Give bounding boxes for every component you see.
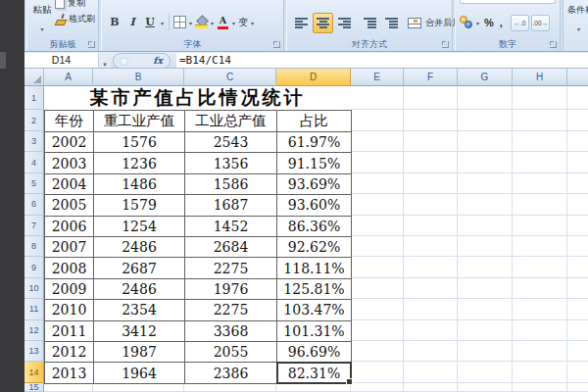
row-header-2[interactable]: 2 [24,110,44,131]
underline-dropdown-icon[interactable] [159,14,166,31]
table-cell[interactable]: 1687 [184,194,277,216]
row-header-9[interactable]: 9 [24,257,44,277]
insert-function-button[interactable]: fx [113,53,171,69]
fill-handle[interactable] [346,378,353,385]
paste-button[interactable]: 粘贴 [29,0,55,35]
underline-button[interactable]: U [141,13,159,31]
conditional-formatting-dropdown-icon[interactable] [575,20,582,37]
table-cell[interactable]: 2687 [93,257,185,278]
conditional-formatting-button[interactable]: 条件格式 [563,0,588,51]
table-cell[interactable]: 93.60% [276,194,352,216]
row-header-10[interactable]: 10 [24,278,44,299]
column-header-b[interactable]: B [93,69,184,86]
table-cell[interactable]: 2008 [44,257,94,278]
table-cell[interactable]: 1964 [93,362,185,383]
table-cell[interactable]: 1254 [93,216,185,237]
phonetic-guide-button[interactable]: 变 [237,13,249,31]
row-header-15[interactable]: 15 [24,383,44,392]
row-header-6[interactable]: 6 [24,194,44,215]
table-cell[interactable]: 1987 [93,341,185,363]
increase-indent-button[interactable] [381,13,402,33]
row-header-5[interactable]: 5 [24,173,44,194]
table-cell[interactable]: 3368 [184,320,277,342]
decrease-decimal-button[interactable] [531,15,550,31]
column-header-partial[interactable] [567,69,588,86]
table-cell[interactable]: 2013 [44,362,94,383]
currency-dropdown-icon[interactable] [474,14,481,31]
comma-style-button[interactable]: , [497,17,506,28]
table-cell[interactable]: 1236 [93,152,185,173]
table-cell[interactable]: 1579 [93,194,185,216]
row-header-3[interactable]: 3 [24,131,44,152]
select-all-button[interactable] [24,69,44,86]
table-cell[interactable]: 2275 [184,257,277,278]
table-cell[interactable]: 1976 [184,278,277,300]
number-format-combo-partial[interactable] [460,0,556,4]
table-cell[interactable]: 3412 [93,320,185,342]
row-header-13[interactable]: 13 [24,341,44,362]
bold-button[interactable]: B [106,13,123,31]
table-cell[interactable]: 2011 [44,320,94,342]
table-cell[interactable]: 2486 [93,236,185,258]
table-cell[interactable]: 2007 [44,236,94,258]
table-cell[interactable]: 2486 [93,278,185,300]
table-cell[interactable]: 2002 [44,131,94,153]
table-cell[interactable]: 2006 [44,216,94,237]
fill-color-button[interactable] [194,13,209,31]
row-header-11[interactable]: 11 [24,299,44,319]
increase-decimal-button[interactable] [511,15,529,31]
row-header-12[interactable]: 12 [24,320,44,341]
table-cell[interactable]: 101.31% [276,320,352,342]
table-cell[interactable]: 118.11% [276,257,352,278]
row-header-4[interactable]: 4 [24,152,44,172]
phonetic-dropdown-icon[interactable] [249,14,256,31]
decrease-indent-button[interactable] [360,13,380,33]
table-cell[interactable]: 2012 [44,341,94,363]
table-cell[interactable]: 2003 [44,152,94,173]
align-right-button[interactable] [334,13,355,33]
row-header-14[interactable]: 14 [24,362,44,382]
name-box-dropdown-icon[interactable] [98,53,111,68]
table-cell[interactable]: 2004 [44,173,94,195]
table-cell[interactable]: 1576 [93,131,185,153]
copy-button[interactable]: 复制 [55,0,85,10]
table-cell[interactable]: 2386 [184,362,277,383]
table-cell[interactable]: 92.62% [276,236,352,258]
italic-button[interactable]: I [123,13,141,31]
table-cell[interactable]: 2005 [44,194,94,216]
row-header-1[interactable]: 1 [24,86,44,110]
column-header-g[interactable]: G [458,69,513,86]
table-cell[interactable]: 1486 [93,173,185,195]
table-cell[interactable]: 1586 [184,173,277,195]
fill-color-dropdown-icon[interactable] [209,14,216,31]
table-cell[interactable]: 2354 [93,299,185,320]
column-header-c[interactable]: C [184,69,276,86]
table-cell[interactable]: 1452 [184,216,277,237]
font-color-button[interactable]: A [216,13,230,31]
table-cell[interactable]: 2010 [44,299,94,320]
paste-dropdown-icon[interactable] [39,20,46,37]
table-header-cell[interactable]: 占比 [276,110,352,132]
column-header-h[interactable]: H [513,69,567,86]
table-cell[interactable]: 2009 [44,278,94,300]
formula-input[interactable]: =B14/C14 [176,53,588,68]
name-box[interactable]: D14 [24,53,98,68]
table-cell[interactable]: 1356 [184,152,277,173]
table-header-cell[interactable]: 重工业产值 [93,110,185,132]
percent-style-button[interactable]: % [481,17,497,28]
column-header-f[interactable]: F [404,69,458,86]
borders-dropdown-icon[interactable] [187,14,194,31]
table-cell[interactable]: 96.69% [276,341,352,363]
font-color-dropdown-icon[interactable] [230,14,237,31]
borders-button[interactable] [172,13,187,31]
table-cell[interactable]: 2055 [184,341,277,363]
column-header-d[interactable]: D [276,69,351,86]
dialog-launcher-icon[interactable] [88,41,95,48]
align-center-button[interactable] [313,13,333,33]
row-header-7[interactable]: 7 [24,216,44,236]
dialog-launcher-icon[interactable] [550,41,557,48]
table-header-cell[interactable]: 年份 [44,110,94,132]
table-cell[interactable]: 86.36% [276,216,352,237]
table-header-cell[interactable]: 工业总产值 [184,110,277,132]
table-cell[interactable]: 93.69% [276,173,352,195]
